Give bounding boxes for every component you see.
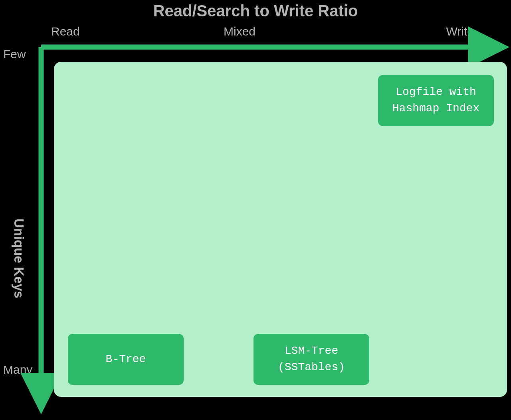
y-axis-label: Unique Keys: [11, 219, 26, 298]
x-tick-mixed: Mixed: [224, 25, 256, 38]
x-tick-write: Write: [446, 25, 474, 38]
y-tick-few: Few: [3, 47, 26, 61]
x-tick-read: Read: [51, 25, 80, 38]
node-logfile-hashmap: Logfile with Hashmap Index: [378, 75, 494, 126]
diagram-title: Read/Search to Write Ratio: [153, 2, 358, 20]
plot-area: Logfile with Hashmap Index B-Tree LSM-Tr…: [54, 62, 507, 397]
node-lsm-tree: LSM-Tree (SSTables): [254, 334, 369, 385]
node-btree: B-Tree: [68, 334, 184, 385]
node-logfile-line1: Logfile with: [396, 84, 476, 101]
node-lsm-line2: (SSTables): [278, 359, 345, 376]
node-btree-line1: B-Tree: [106, 351, 146, 368]
y-tick-many: Many: [3, 363, 32, 377]
node-lsm-line1: LSM-Tree: [285, 343, 338, 359]
node-logfile-line2: Hashmap Index: [392, 101, 479, 117]
